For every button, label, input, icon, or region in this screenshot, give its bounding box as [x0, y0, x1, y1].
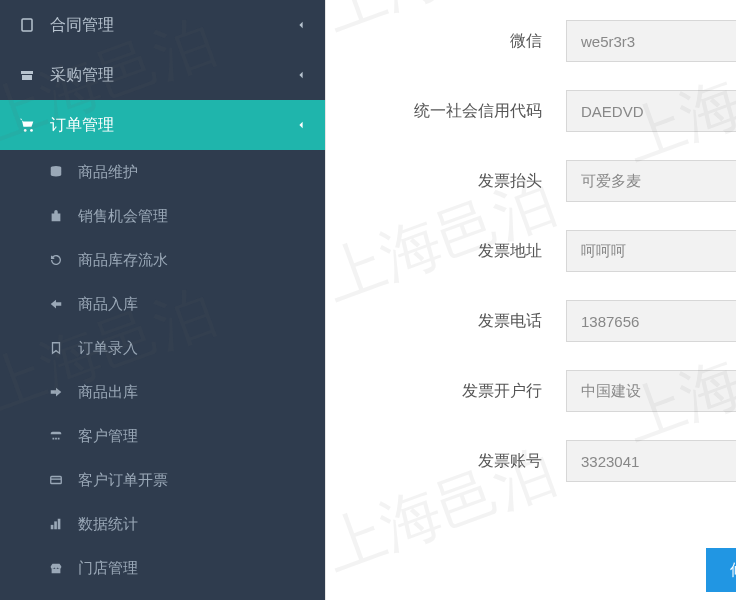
- sidebar-sub-product-maintain[interactable]: 商品维护: [0, 150, 325, 194]
- form-row-invoice-bank: 发票开户行: [326, 370, 736, 412]
- form-label: 发票开户行: [346, 381, 566, 402]
- form-row-wechat: 微信: [326, 20, 736, 62]
- form-label: 统一社会信用代码: [346, 101, 566, 122]
- bookmark-icon: [48, 340, 64, 356]
- chevron-left-icon: [295, 19, 307, 31]
- svg-rect-9: [54, 521, 57, 529]
- invoice-phone-input[interactable]: [566, 300, 736, 342]
- sidebar-item-label: 采购管理: [50, 65, 114, 86]
- sidebar-sub-customer-manage[interactable]: 客户管理: [0, 414, 325, 458]
- form-label: 微信: [346, 31, 566, 52]
- sidebar-item-label: 销售机会管理: [78, 207, 168, 226]
- form-label: 发票地址: [346, 241, 566, 262]
- invoice-title-input[interactable]: [566, 160, 736, 202]
- invoice-bank-input[interactable]: [566, 370, 736, 412]
- file-icon: [18, 16, 36, 34]
- sidebar-sub-customer-invoice[interactable]: 客户订单开票: [0, 458, 325, 502]
- sidebar-item-label: 客户订单开票: [78, 471, 168, 490]
- sidebar-sub-store-manage[interactable]: 门店管理: [0, 546, 325, 590]
- shopping-cart-icon: [18, 116, 36, 134]
- svg-point-3: [24, 129, 27, 132]
- sidebar-item-label: 商品库存流水: [78, 251, 168, 270]
- sidebar-sub-order-entry[interactable]: 订单录入: [0, 326, 325, 370]
- svg-rect-6: [51, 477, 62, 484]
- sidebar-item-label: 商品维护: [78, 163, 138, 182]
- bag-icon: [48, 208, 64, 224]
- invoice-address-input[interactable]: [566, 230, 736, 272]
- sidebar-sub-inventory-flow[interactable]: 商品库存流水: [0, 238, 325, 282]
- form-label: 发票电话: [346, 311, 566, 332]
- inbox-icon: [48, 296, 64, 312]
- outbox-icon: [48, 384, 64, 400]
- wechat-input[interactable]: [566, 20, 736, 62]
- sidebar-item-label: 数据统计: [78, 515, 138, 534]
- svg-rect-10: [58, 519, 61, 530]
- chevron-left-icon: [295, 69, 307, 81]
- card-icon: [48, 472, 64, 488]
- sidebar-item-label: 合同管理: [50, 15, 114, 36]
- sidebar: 合同管理 采购管理 订单管理 商品维护: [0, 0, 325, 600]
- sidebar-sub-sales-opportunity[interactable]: 销售机会管理: [0, 194, 325, 238]
- sidebar-sub-statistics[interactable]: 数据统计: [0, 502, 325, 546]
- sidebar-item-label: 客户管理: [78, 427, 138, 446]
- svg-rect-1: [21, 71, 33, 74]
- svg-rect-0: [22, 19, 32, 31]
- svg-point-4: [30, 129, 33, 132]
- credit-code-input[interactable]: [566, 90, 736, 132]
- form-label: 发票抬头: [346, 171, 566, 192]
- form-panel: 微信 统一社会信用代码 发票抬头 发票地址 发票电话 发票开户行 发票账号 修改: [325, 0, 736, 600]
- form-row-invoice-phone: 发票电话: [326, 300, 736, 342]
- svg-rect-8: [51, 525, 54, 529]
- form-row-credit-code: 统一社会信用代码: [326, 90, 736, 132]
- form-row-invoice-title: 发票抬头: [326, 160, 736, 202]
- phone-icon: [48, 428, 64, 444]
- form-row-invoice-account: 发票账号: [326, 440, 736, 482]
- database-icon: [48, 164, 64, 180]
- sidebar-item-purchase[interactable]: 采购管理: [0, 50, 325, 100]
- sidebar-item-label: 订单管理: [50, 115, 114, 136]
- form-label: 发票账号: [346, 451, 566, 472]
- chevron-left-icon: [295, 119, 307, 131]
- history-icon: [48, 252, 64, 268]
- sidebar-item-order[interactable]: 订单管理: [0, 100, 325, 150]
- sidebar-item-label: 订单录入: [78, 339, 138, 358]
- button-bar: 修改: [706, 548, 736, 592]
- svg-rect-2: [22, 75, 32, 80]
- modify-button[interactable]: 修改: [706, 548, 736, 592]
- sidebar-item-contract[interactable]: 合同管理: [0, 0, 325, 50]
- sidebar-item-label: 门店管理: [78, 559, 138, 578]
- sidebar-sub-product-in[interactable]: 商品入库: [0, 282, 325, 326]
- invoice-account-input[interactable]: [566, 440, 736, 482]
- form-row-invoice-address: 发票地址: [326, 230, 736, 272]
- sidebar-item-label: 商品出库: [78, 383, 138, 402]
- sidebar-item-label: 商品入库: [78, 295, 138, 314]
- archive-icon: [18, 66, 36, 84]
- store-icon: [48, 560, 64, 576]
- chart-icon: [48, 516, 64, 532]
- sidebar-sub-product-out[interactable]: 商品出库: [0, 370, 325, 414]
